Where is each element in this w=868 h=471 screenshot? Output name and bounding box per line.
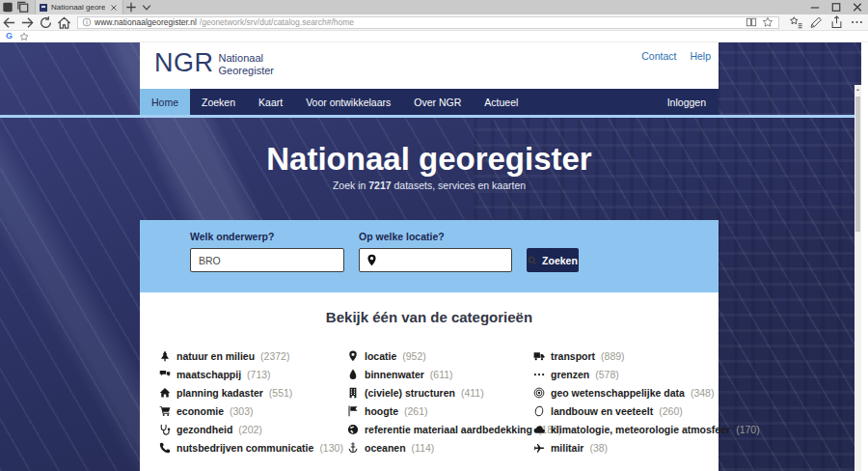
category-column-1: natuur en milieu(2372)maatschappij(713)p…: [159, 346, 344, 457]
stethoscope-icon: [159, 424, 171, 435]
category-klimatologie-meteorologie-atmosfeer[interactable]: klimatologie, meteorologie atmosfeer(170…: [533, 420, 717, 438]
category-transport[interactable]: transport(889): [533, 346, 717, 365]
category-maatschappij[interactable]: maatschappij(713): [159, 365, 344, 383]
nav-item-zoeken[interactable]: Zoeken: [190, 89, 247, 115]
browser-tab[interactable]: Nationaal georegister -: [35, 0, 123, 14]
subtitle-count: 7217: [368, 180, 391, 191]
location-input[interactable]: [378, 249, 511, 271]
category-oceanen[interactable]: oceanen(114): [347, 438, 530, 457]
category-referentie-materiaal-aardbedekking[interactable]: referentie materiaal aardbedekking(186): [347, 420, 530, 438]
search-panel: Welk onderwerp? Op welke locatie? Zoeken: [140, 220, 719, 292]
category-column-2: locatie(952)binnenwater(611)(civiele) st…: [347, 346, 530, 457]
category-hoogte[interactable]: hoogte(261): [347, 402, 530, 420]
category-economie[interactable]: economie(303): [159, 402, 344, 420]
category-label: gezondheid: [176, 424, 232, 435]
favorite-star-icon[interactable]: [761, 16, 774, 28]
search-button[interactable]: Zoeken: [527, 248, 579, 272]
google-favicon[interactable]: G: [6, 32, 13, 41]
logo-name-line1: Nationaal: [219, 52, 263, 64]
category-label: klimatologie, meteorologie atmosfeer: [551, 424, 730, 435]
category-landbouw-en-veeteelt[interactable]: landbouw en veeteelt(260): [533, 402, 717, 420]
help-link[interactable]: Help: [690, 50, 711, 62]
category-count: (260): [659, 405, 683, 417]
browser-window: Nationaal georegister - www.nationaalgeo…: [0, 0, 868, 471]
close-icon[interactable]: [847, 0, 868, 14]
scrollbar[interactable]: [854, 85, 861, 471]
scroll-up-icon[interactable]: [854, 85, 861, 95]
reading-view-icon[interactable]: [745, 16, 758, 28]
category-count: (551): [269, 387, 293, 399]
home-icon[interactable]: [55, 15, 73, 30]
globe-icon: [347, 424, 359, 435]
category-count: (130): [319, 442, 343, 454]
building-icon: [347, 387, 359, 399]
category-label: maatschappij: [176, 369, 241, 380]
share-icon[interactable]: [827, 15, 846, 29]
info-icon[interactable]: [82, 17, 92, 27]
category-label: locatie: [365, 350, 396, 362]
back-icon[interactable]: [0, 15, 18, 30]
scrollbar-thumb[interactable]: [855, 97, 860, 232]
subtitle-prefix: Zoek in: [333, 180, 368, 191]
url-path: /geonetwork/srv/dut/catalog.search#/home: [200, 17, 742, 27]
favorites-hub-icon[interactable]: [787, 15, 805, 29]
nav-item-actueel[interactable]: Actueel: [473, 89, 529, 115]
star-icon[interactable]: [19, 32, 29, 42]
category-nutsbedrijven-communicatie[interactable]: nutsbedrijven communicatie(130): [159, 438, 344, 457]
category-locatie[interactable]: locatie(952): [347, 346, 530, 365]
category-civiele-structuren[interactable]: (civiele) structuren(411): [347, 383, 530, 402]
nav-item-home[interactable]: Home: [140, 89, 190, 115]
category-count: (170): [736, 424, 760, 435]
refresh-icon[interactable]: [37, 15, 55, 30]
category-planning-kadaster[interactable]: planning kadaster(551): [159, 383, 344, 402]
category-count: (578): [595, 369, 619, 380]
category-label: transport: [551, 350, 595, 362]
cloud-icon: [533, 424, 545, 435]
category-natuur-en-milieu[interactable]: natuur en milieu(2372): [159, 346, 344, 365]
address-bar[interactable]: www.nationaalgeoregister.nl /geonetwork/…: [77, 16, 779, 29]
category-militair[interactable]: militair(38): [533, 438, 717, 457]
subtitle-suffix: datasets, services en kaarten: [392, 180, 527, 191]
flag-icon: [347, 405, 359, 417]
category-binnenwater[interactable]: binnenwater(611): [347, 365, 530, 383]
category-gezondheid[interactable]: gezondheid(202): [159, 420, 344, 438]
logo-name: Nationaal Georegister: [219, 52, 274, 76]
category-count: (889): [601, 350, 625, 362]
site-header: NGR Nationaal Georegister Contact Help: [140, 42, 719, 89]
category-label: economie: [176, 405, 224, 417]
marker-icon: [347, 350, 359, 362]
category-label: binnenwater: [365, 369, 424, 380]
login-link[interactable]: Inloggen: [655, 89, 719, 115]
ngr-logo[interactable]: NGR Nationaal Georegister: [154, 46, 274, 80]
nav-item-voor-ontwikkelaars[interactable]: Voor ontwikkelaars: [294, 89, 402, 115]
category-count: (114): [412, 442, 435, 454]
more-icon[interactable]: [848, 15, 866, 29]
category-label: militair: [551, 442, 583, 454]
category-count: (38): [589, 442, 608, 454]
main-navigation: HomeZoekenKaartVoor ontwikkelaarsOver NG…: [140, 89, 719, 115]
category-label: hoogte: [365, 405, 398, 417]
window-controls: [804, 0, 868, 14]
maximize-icon[interactable]: [826, 0, 847, 14]
map-marker-icon: [366, 254, 378, 266]
tab-strip: Nationaal georegister -: [0, 0, 868, 14]
topic-input[interactable]: [191, 249, 343, 271]
minimize-icon[interactable]: [804, 0, 826, 14]
forward-icon[interactable]: [18, 15, 37, 30]
set-tabs-aside-icon[interactable]: [0, 0, 15, 14]
annotate-pen-icon[interactable]: [807, 15, 826, 29]
dots-icon: [533, 369, 545, 380]
chevron-down-icon[interactable]: [139, 0, 154, 14]
nav-item-kaart[interactable]: Kaart: [247, 89, 294, 115]
contact-link[interactable]: Contact: [641, 50, 676, 62]
location-label: Op welke locatie?: [359, 231, 445, 242]
favorites-bar: G: [0, 31, 868, 42]
new-tab-icon[interactable]: [123, 0, 139, 14]
cart-icon: [159, 405, 171, 417]
tab-preview-icon[interactable]: [15, 0, 31, 14]
drop-icon: [347, 369, 359, 380]
nav-item-over-ngr[interactable]: Over NGR: [402, 89, 473, 115]
category-grenzen[interactable]: grenzen(578): [533, 365, 717, 383]
category-geo-wetenschappelijke-data[interactable]: geo wetenschappelijke data(348): [533, 383, 717, 402]
tab-close-icon[interactable]: [109, 3, 119, 13]
